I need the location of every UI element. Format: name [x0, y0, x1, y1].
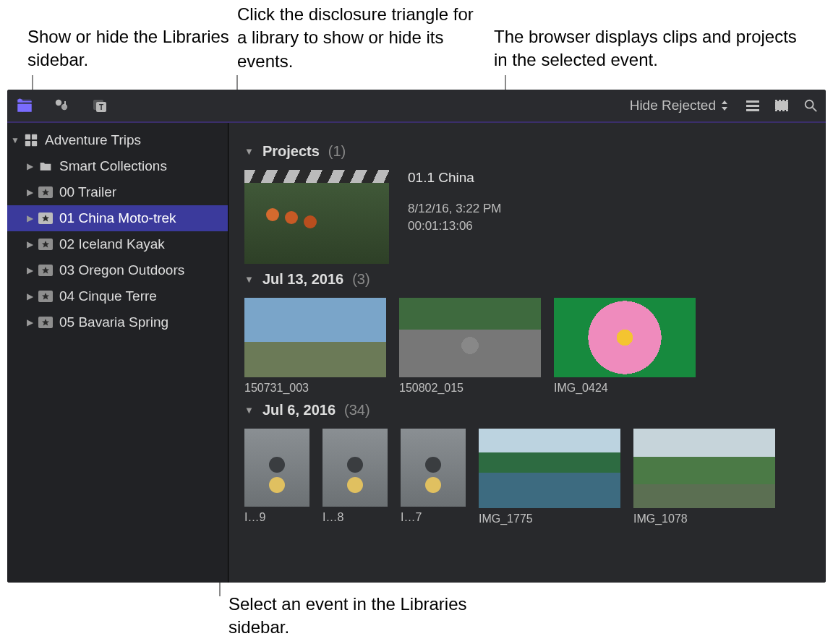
- clip-item[interactable]: IMG_1078: [633, 429, 775, 525]
- svg-rect-11: [775, 101, 788, 110]
- sidebar-item-label: 04 Cinque Terre: [59, 288, 157, 304]
- clip-name: IMG_1078: [633, 512, 775, 525]
- clip-name: I…7: [401, 511, 466, 524]
- clip-appearance-filmstrip-icon[interactable]: [774, 98, 790, 113]
- clip-thumbnail[interactable]: [633, 429, 775, 508]
- updown-chevron-icon: [720, 100, 729, 111]
- libraries-sidebar-toggle-icon[interactable]: [14, 95, 35, 116]
- svg-rect-19: [786, 110, 788, 111]
- sidebar-item-label: 03 Oregon Outdoors: [59, 262, 184, 278]
- svg-rect-13: [779, 100, 781, 101]
- clip-name: 150802_015: [399, 382, 541, 395]
- projects-group-header[interactable]: ▼ Projects (1): [244, 143, 810, 160]
- libraries-sidebar: ▼ Adventure Trips ▶Smart Collections▶00 …: [7, 123, 228, 583]
- date-group-label: Jul 6, 2016: [262, 402, 336, 418]
- clip-thumbnail[interactable]: [244, 429, 309, 507]
- sidebar-item-00-trailer[interactable]: ▶00 Trailer: [7, 179, 228, 205]
- clip-item[interactable]: 150731_003: [244, 298, 386, 395]
- library-row[interactable]: ▼ Adventure Trips: [7, 127, 228, 153]
- clip-name: 150731_003: [244, 382, 386, 395]
- clip-name: I…9: [244, 511, 309, 524]
- disclosure-triangle-icon[interactable]: ▼: [10, 135, 20, 145]
- clip-item[interactable]: I…9: [244, 429, 309, 525]
- project-metadata: 01.1 China 8/12/16, 3:22 PM 00:01:13:06: [408, 170, 501, 235]
- clip-thumbnail[interactable]: [322, 429, 388, 507]
- clip-thumbnail[interactable]: [399, 298, 541, 377]
- svg-rect-18: [782, 110, 785, 111]
- clip-name: IMG_1775: [479, 512, 620, 525]
- date-group-label: Jul 13, 2016: [262, 271, 343, 288]
- sidebar-item-smart-collections[interactable]: ▶Smart Collections: [7, 153, 228, 179]
- clips-row: 150731_003150802_015IMG_0424: [244, 298, 810, 395]
- svg-rect-22: [25, 134, 30, 139]
- sidebar-item-label: 02 Iceland Kayak: [59, 236, 165, 252]
- svg-marker-26: [42, 189, 49, 196]
- disclosure-triangle-icon[interactable]: ▶: [25, 265, 35, 275]
- sidebar-item-01-china-moto-trek[interactable]: ▶01 China Moto-trek: [7, 205, 228, 231]
- disclosure-triangle-icon[interactable]: ▶: [25, 291, 35, 301]
- svg-rect-8: [746, 100, 759, 103]
- disclosure-triangle-icon[interactable]: ▶: [25, 317, 35, 327]
- svg-rect-14: [782, 100, 785, 101]
- date-group-header[interactable]: ▼Jul 13, 2016(3): [244, 271, 810, 288]
- callout-browser-displays: The browser displays clips and projects …: [494, 25, 805, 72]
- sidebar-item-04-cinque-terre[interactable]: ▶04 Cinque Terre: [7, 283, 228, 309]
- event-star-icon: [38, 184, 54, 200]
- svg-rect-15: [786, 100, 788, 101]
- clip-thumbnail[interactable]: [244, 298, 386, 377]
- callout-select-event: Select an event in the Libraries sidebar…: [228, 593, 474, 640]
- clapper-icon: [244, 170, 389, 183]
- disclosure-triangle-icon[interactable]: ▼: [244, 146, 254, 157]
- clip-filter-menu[interactable]: Hide Rejected: [627, 95, 732, 116]
- app-window: T Hide Rejected ▼: [7, 90, 826, 583]
- disclosure-triangle-icon[interactable]: ▶: [25, 213, 35, 223]
- callout-libraries-toggle: Show or hide the Libraries sidebar.: [27, 25, 230, 72]
- svg-point-20: [806, 100, 813, 108]
- clip-filter-label: Hide Rejected: [630, 98, 716, 113]
- svg-rect-24: [25, 141, 30, 146]
- clip-item[interactable]: I…7: [401, 429, 466, 525]
- svg-rect-17: [779, 110, 781, 111]
- svg-marker-31: [42, 319, 49, 326]
- clip-item[interactable]: IMG_1775: [479, 429, 620, 525]
- clip-item[interactable]: 150802_015: [399, 298, 541, 395]
- disclosure-triangle-icon[interactable]: ▶: [25, 187, 35, 197]
- svg-marker-28: [42, 241, 49, 248]
- clip-name: IMG_0424: [554, 382, 696, 395]
- clip-thumbnail[interactable]: [479, 429, 620, 508]
- svg-rect-10: [746, 109, 759, 111]
- sidebar-item-05-bavaria-spring[interactable]: ▶05 Bavaria Spring: [7, 309, 228, 335]
- event-star-icon: [38, 314, 54, 330]
- project-thumbnail[interactable]: [244, 170, 389, 264]
- clip-item[interactable]: IMG_0424: [554, 298, 696, 395]
- photos-audio-sidebar-icon[interactable]: [52, 95, 72, 116]
- toolbar: T Hide Rejected: [7, 90, 826, 123]
- projects-label: Projects: [262, 143, 320, 160]
- disclosure-triangle-icon[interactable]: ▶: [25, 161, 35, 171]
- date-group-header[interactable]: ▼Jul 6, 2016(34): [244, 402, 810, 418]
- clip-thumbnail[interactable]: [554, 298, 696, 377]
- project-duration: 00:01:13:06: [408, 218, 501, 235]
- browser: ▼ Projects (1) 01.1 China 8/12/16, 3:22 …: [228, 123, 826, 583]
- disclosure-triangle-icon[interactable]: ▼: [244, 405, 254, 416]
- callout-disclosure-triangle: Click the disclosure triangle for a libr…: [237, 3, 476, 73]
- sidebar-item-label: Smart Collections: [59, 158, 167, 174]
- disclosure-triangle-icon[interactable]: ▼: [244, 274, 254, 285]
- clip-item[interactable]: I…8: [322, 429, 388, 525]
- event-star-icon: [38, 210, 54, 226]
- svg-point-1: [56, 100, 61, 106]
- titles-generators-sidebar-icon[interactable]: T: [90, 95, 110, 116]
- clip-thumbnail[interactable]: [401, 429, 466, 507]
- project-item[interactable]: 01.1 China 8/12/16, 3:22 PM 00:01:13:06: [244, 170, 810, 264]
- sidebar-item-02-iceland-kayak[interactable]: ▶02 Iceland Kayak: [7, 231, 228, 257]
- svg-marker-29: [42, 267, 49, 274]
- disclosure-triangle-icon[interactable]: ▶: [25, 239, 35, 249]
- sidebar-item-03-oregon-outdoors[interactable]: ▶03 Oregon Outdoors: [7, 257, 228, 283]
- event-star-icon: [38, 288, 54, 304]
- svg-rect-12: [775, 100, 777, 101]
- library-icon: [23, 132, 39, 148]
- date-group-count: (3): [352, 271, 369, 288]
- clip-appearance-list-icon[interactable]: [745, 98, 761, 113]
- date-group-count: (34): [344, 402, 370, 418]
- search-icon[interactable]: [803, 98, 819, 113]
